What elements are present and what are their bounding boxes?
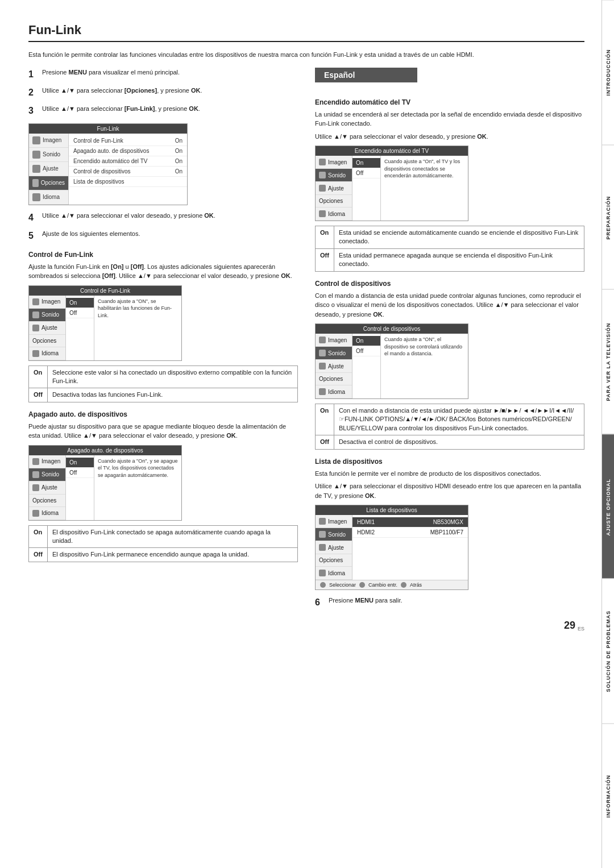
- step-5-text: Ajuste de los siguientes elementos.: [42, 229, 140, 243]
- cfl-off-option: Off: [66, 308, 94, 318]
- opciones-icon: [32, 179, 39, 187]
- cd-ajuste: Ajuste: [316, 360, 352, 373]
- apag-on-desc: El dispositivo Fun-Link conectado se apa…: [47, 525, 297, 548]
- control-funlink-menu: Control de Fun-Link Imagen Sonido Ajuste…: [28, 285, 182, 361]
- enc-on-row: On Esta unidad se enciende automáticamen…: [316, 226, 584, 249]
- control-funlink-menu-body: Imagen Sonido Ajuste Opciones Idioma On …: [29, 296, 181, 360]
- step-6-number: 6: [315, 596, 324, 609]
- main-menu-header: Fun-Link: [29, 124, 187, 134]
- cfl-left: Imagen Sonido Ajuste Opciones Idioma: [29, 296, 66, 360]
- apag-off-label: Off: [29, 548, 48, 562]
- cfl-sonido-icon: [32, 312, 39, 318]
- dl-change-label: Cambio entr.: [368, 582, 397, 588]
- apag-on-row: On El dispositivo Fun-Link conectado se …: [29, 525, 298, 548]
- cfl-opciones: Opciones: [29, 335, 65, 347]
- cfl-desc: Cuando ajuste a "ON", se habilitarán las…: [94, 296, 181, 360]
- cfl-ajuste: Ajuste: [29, 322, 65, 335]
- cd-idioma: Idioma: [316, 385, 352, 398]
- menu-left-imagen: Imagen: [29, 134, 68, 148]
- apag-right: On Off Cuando ajuste a "On", y se apague…: [66, 455, 181, 520]
- lista-disp-text1: Esta función le permite ver el nombre de…: [315, 469, 584, 479]
- apag-desc: Cuando ajuste a "On", y se apague el TV,…: [94, 455, 181, 520]
- cfl-imagen-icon: [32, 298, 39, 305]
- sidebar-preparacion: PREPARACIÓN: [602, 145, 614, 290]
- enc-sonido: Sonido: [316, 169, 352, 182]
- page: Fun-Link Esta función le permite control…: [0, 0, 614, 868]
- dl-sonido-icon: [319, 531, 326, 538]
- cd-imagen-icon: [319, 337, 326, 343]
- step-3-number: 3: [28, 104, 38, 118]
- enc-on-desc: Esta unidad se enciende automáticamente …: [334, 226, 584, 249]
- cd-off-option: Off: [352, 346, 380, 356]
- step-4-number: 4: [28, 211, 38, 225]
- step-6-text: Presione MENU para salir.: [329, 596, 403, 609]
- control-funlink-text: Ajuste la función Fun-Link en [On] u [Of…: [28, 262, 298, 281]
- enc-on-label: On: [316, 226, 334, 249]
- encendido-table: On Esta unidad se enciende automáticamen…: [315, 226, 584, 272]
- apag-off-option: Off: [66, 468, 94, 478]
- enc-imagen: Imagen: [316, 156, 352, 169]
- dl-hdmi1-row: HDMI1NB530MGX: [352, 517, 468, 528]
- apagado-table: On El dispositivo Fun-Link conectado se …: [28, 525, 298, 562]
- cd-on-label: On: [316, 404, 334, 435]
- enc-idioma: Idioma: [316, 207, 352, 221]
- dl-hdmi1-label: HDMI1: [357, 519, 375, 525]
- menu-left-opciones: Opciones: [29, 176, 68, 190]
- page-number: 29: [564, 620, 575, 632]
- enc-right: On Off Cuando ajuste a "On", el TV y los…: [352, 156, 468, 221]
- menu-left-panel: Imagen Sonido Ajuste Opciones Idioma: [29, 134, 69, 205]
- enc-opciones: Opciones: [316, 195, 352, 207]
- intro-text: Esta función le permite controlar las fu…: [28, 50, 584, 60]
- dl-sonido: Sonido: [316, 528, 352, 541]
- control-disp-menu-header: Control de dispositivos: [316, 324, 468, 334]
- back-icon: [401, 582, 406, 588]
- apag-on-option: On: [66, 458, 94, 468]
- page-lang: ES: [578, 626, 584, 632]
- ajuste-icon: [32, 165, 40, 173]
- lista-disp-menu: Lista de dispositivos Imagen Sonido Ajus…: [315, 505, 468, 590]
- step-3-text: Utilice ▲/▼ para seleccionar [Fun-Link],…: [42, 104, 200, 118]
- cfl-on-row: On Seleccione este valor si ha conectado…: [29, 366, 298, 388]
- menu-row-lista: Lista de dispositivos: [69, 177, 187, 187]
- change-icon: [359, 582, 365, 588]
- menu-right-panel: Control de Fun-LinkOn Apagado auto. de d…: [69, 134, 187, 205]
- apagado-menu-header: Apagado auto. de dispositivos: [29, 446, 181, 455]
- dl-idioma: Idioma: [316, 567, 352, 580]
- select-icon: [320, 582, 326, 588]
- control-disp-menu: Control de dispositivos Imagen Sonido Aj…: [315, 323, 468, 399]
- lista-disp-text2: Utilice ▲/▼ para seleccionar el disposit…: [315, 481, 584, 500]
- cd-imagen: Imagen: [316, 334, 352, 347]
- sonido-icon: [32, 151, 40, 159]
- main-menu-body: Imagen Sonido Ajuste Opciones Idioma Con…: [29, 134, 187, 205]
- step-2-number: 2: [28, 86, 38, 99]
- dl-right: HDMI1NB530MGX HDMI2MBP1100/F7: [352, 515, 468, 580]
- control-disp-menu-body: Imagen Sonido Ajuste Opciones Idioma On …: [316, 334, 468, 398]
- page-title: Fun-Link: [28, 23, 584, 42]
- two-column-layout: 1 Presione MENU para visualizar el menú …: [28, 68, 584, 846]
- dl-imagen-icon: [319, 518, 326, 525]
- enc-left: Imagen Sonido Ajuste Opciones Idioma: [316, 156, 352, 221]
- enc-off-row: Off Esta unidad permanece apagada aunque…: [316, 248, 584, 271]
- cd-right: On Off Cuando ajuste a "ON", el disposit…: [352, 334, 468, 398]
- encendido-menu-body: Imagen Sonido Ajuste Opciones Idioma On …: [316, 156, 468, 221]
- enc-ajuste-icon: [319, 185, 326, 192]
- cfl-imagen: Imagen: [29, 296, 65, 309]
- cfl-on-desc: Seleccione este valor si ha conectado un…: [47, 366, 297, 388]
- step-5-number: 5: [28, 229, 38, 243]
- dl-idioma-icon: [319, 570, 326, 576]
- enc-off-label: Off: [316, 248, 334, 271]
- dl-footer: Seleccionar Cambio entr. Atrás: [316, 580, 468, 589]
- sidebar-solucion: SOLUCIÓN DE PROBLEMAS: [602, 579, 614, 724]
- cd-on-row: On Con el mando a distancia de esta unid…: [316, 404, 584, 435]
- step-3: 3 Utilice ▲/▼ para seleccionar [Fun-Link…: [28, 104, 298, 118]
- cfl-idioma: Idioma: [29, 347, 65, 360]
- control-funlink-table: On Seleccione este valor si ha conectado…: [28, 366, 298, 402]
- apag-left: Imagen Sonido Ajuste Opciones Idioma: [29, 455, 66, 520]
- cd-on-option: On: [352, 336, 380, 346]
- idioma-icon: [32, 193, 40, 201]
- main-menu-mockup: Fun-Link Imagen Sonido Ajuste Opciones I…: [28, 123, 188, 205]
- apag-sonido: Sonido: [29, 468, 65, 481]
- cfl-on-label: On: [29, 366, 48, 388]
- step-4-text: Utilice ▲/▼ para seleccionar el valor de…: [42, 211, 215, 225]
- sidebar-para-ver: PARA VER LA TELEVISIÓN: [602, 289, 614, 434]
